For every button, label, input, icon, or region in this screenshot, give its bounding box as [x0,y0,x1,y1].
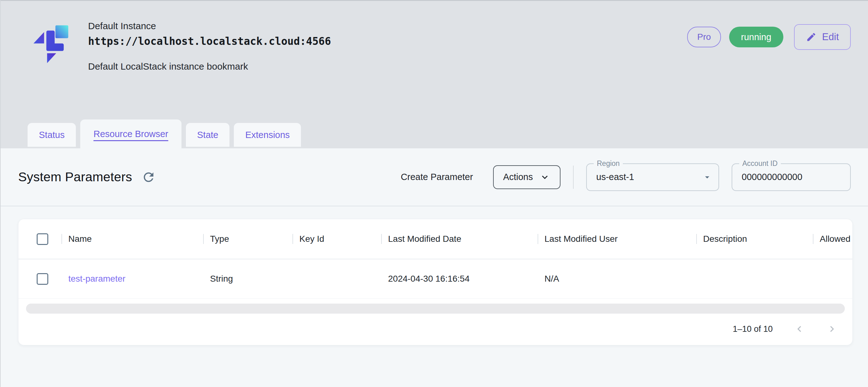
actions-button-label: Actions [503,172,533,182]
region-select-label: Region [594,159,623,168]
instance-info: Default Instance https://localhost.local… [88,17,331,72]
tab-extensions-label: Extensions [245,130,290,140]
cell-type: String [203,259,292,299]
section-divider [1,206,868,206]
chevron-left-icon [794,323,805,335]
instance-url: https://localhost.localstack.cloud:4566 [88,35,331,47]
page-title: System Parameters [18,170,132,184]
account-id-label: Account ID [739,159,781,168]
previous-page-button[interactable] [794,323,805,335]
row-checkbox[interactable] [37,273,48,285]
instance-badges: Pro running Edit [687,24,851,50]
parameter-link[interactable]: test-parameter [61,274,125,284]
column-header-last-modified-user[interactable]: Last Modified User [537,219,696,259]
select-all-checkbox[interactable] [37,233,48,245]
instance-description: Default LocalStack instance bookmark [88,61,331,72]
account-id-value: 000000000000 [732,172,803,182]
edit-button-label: Edit [822,31,839,43]
column-header-description[interactable]: Description [696,219,813,259]
instance-name: Default Instance [88,20,331,33]
tab-resource-browser-label: Resource Browser [93,129,168,139]
cell-allowed [813,259,852,299]
column-header-type[interactable]: Type [203,219,292,259]
table-header-row: Name Type Key Id Last Modified Date Last… [19,219,852,259]
localstack-logo-icon [28,19,70,68]
tab-status[interactable]: Status [28,123,76,147]
tab-extensions[interactable]: Extensions [234,123,301,147]
tab-state[interactable]: State [186,123,230,147]
chevron-down-icon [539,172,551,183]
column-header-allowed[interactable]: Allowed [813,219,852,259]
cell-last-modified-user: N/A [537,259,696,299]
select-all-cell [19,219,61,259]
refresh-icon [142,170,156,184]
status-badge: running [729,27,783,47]
edit-button[interactable]: Edit [794,24,851,50]
parameters-table: Name Type Key Id Last Modified Date Last… [19,219,852,299]
region-select[interactable]: Region us-east-1 [586,163,719,191]
region-select-value: us-east-1 [587,172,634,182]
cell-description [696,259,813,299]
actions-dropdown-button[interactable]: Actions [493,165,560,189]
pagination-range: 1–10 of 10 [733,324,773,334]
instance-header-section: Default Instance https://localhost.local… [1,0,868,148]
column-header-name[interactable]: Name [61,219,203,259]
tab-state-label: State [197,130,218,140]
next-page-button[interactable] [826,323,838,335]
tab-resource-browser[interactable]: Resource Browser [80,119,182,148]
tab-status-label: Status [39,130,65,140]
column-header-key-id[interactable]: Key Id [292,219,381,259]
cell-key-id [292,259,381,299]
create-parameter-button[interactable]: Create Parameter [401,172,473,182]
chevron-right-icon [826,323,838,335]
pro-plan-chip: Pro [687,27,721,47]
toolbar-divider [573,166,574,189]
resource-browser-panel: System Parameters Create Parameter Actio… [1,148,868,345]
pencil-icon [806,32,816,42]
horizontal-scrollbar[interactable] [26,304,845,314]
cell-last-modified-date: 2024-04-30 16:16:54 [381,259,537,299]
instance-tabs: Status Resource Browser State Extensions [28,119,868,148]
column-header-last-modified-date[interactable]: Last Modified Date [381,219,537,259]
cell-name: test-parameter [61,259,203,299]
instance-header: Default Instance https://localhost.local… [28,17,851,72]
pagination-bar: 1–10 of 10 [19,314,852,345]
parameters-table-card: Name Type Key Id Last Modified Date Last… [18,219,852,345]
table-row: test-parameter String 2024-04-30 16:16:5… [19,259,852,299]
refresh-button[interactable] [140,169,157,186]
toolbar-controls: Create Parameter Actions Region us-east-… [401,163,851,191]
dropdown-arrow-icon [702,172,712,182]
account-id-field[interactable]: Account ID 000000000000 [732,163,851,191]
row-select-cell [19,259,61,299]
parameters-toolbar: System Parameters Create Parameter Actio… [1,148,868,206]
localstack-instance-page: Default Instance https://localhost.local… [0,0,868,387]
